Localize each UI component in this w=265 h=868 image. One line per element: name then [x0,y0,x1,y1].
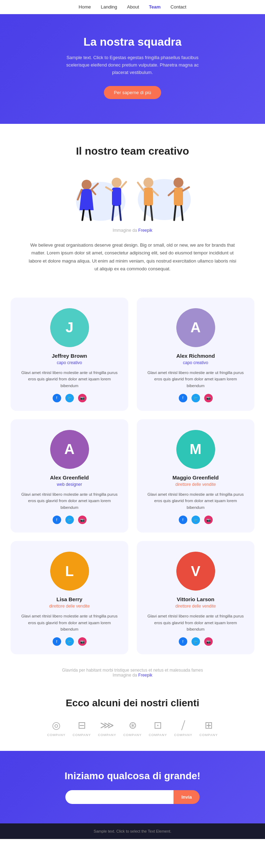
logo-text: COMPANY [149,733,167,737]
team-member-role: capo creativo [145,360,246,365]
avatar-circle: J [50,308,89,347]
svg-rect-10 [144,188,153,206]
instagram-icon[interactable]: 📷 [78,637,87,646]
cta-form: Invia [65,790,200,804]
hero-title: La nostra squadra [14,35,251,48]
logo-icon: ⋙ [100,719,114,731]
social-icons: f 🐦 📷 [145,516,246,524]
avatar: A [176,308,215,347]
client-logo: ⊛ COMPANY [123,719,142,737]
logo-icon: ◎ [52,719,60,731]
avatar-circle: V [176,552,215,591]
twitter-icon[interactable]: 🐦 [65,637,74,646]
twitter-icon[interactable]: 🐦 [192,516,200,524]
team-section: Il nostro team creativo [0,124,265,297]
cta-section: Iniziamo qualcosa di grande! Invia [0,751,265,823]
team-section-title: Il nostro team creativo [14,145,251,157]
team-member-bio: Glavi amet ritnisl libero molestie ante … [19,491,120,511]
team-card: A Alex Richmond capo creativo Glavi amet… [137,298,254,411]
freepik-link[interactable]: Freepik [138,228,152,233]
facebook-icon[interactable]: f [179,637,187,646]
team-grid: J Jeffrey Brown capo creativo Glavi amet… [0,298,265,662]
avatar: J [50,308,89,347]
cta-submit-button[interactable]: Invia [173,790,200,804]
client-logo: ⊞ COMPANY [200,719,218,737]
avatar-circle: L [50,552,89,591]
twitter-icon[interactable]: 🐦 [65,516,74,524]
hero-button[interactable]: Per saperne di più [104,86,161,99]
facebook-icon[interactable]: f [53,516,61,524]
team-member-name: Jeffrey Brown [19,353,120,359]
logo-text: COMPANY [98,733,116,737]
facebook-icon[interactable]: f [53,637,61,646]
client-logo: ⧸ COMPANY [174,719,193,737]
svg-point-5 [112,178,122,188]
cta-email-input[interactable] [65,790,173,804]
nav-team[interactable]: Team [149,4,161,10]
logo-text: COMPANY [47,733,66,737]
twitter-icon[interactable]: 🐦 [192,394,200,402]
nav-landing[interactable]: Landing [101,4,117,10]
team-member-role: direttore delle vendite [145,604,246,609]
facebook-icon[interactable]: f [179,516,187,524]
team-card: L Lisa Berry direttore delle vendite Gla… [11,541,128,654]
illustration-caption: Immagine da Freepik [14,228,251,233]
nav-home[interactable]: Home [79,4,91,10]
logo-text: COMPANY [72,733,91,737]
team-description: We believe great organisations deserve g… [26,241,238,272]
team-member-name: Vittorio Larson [145,596,246,602]
avatar-circle: A [50,430,89,469]
client-logo: ⊡ COMPANY [149,719,167,737]
svg-point-2 [82,180,92,190]
logo-text: COMPANY [174,733,193,737]
team-member-bio: Glavi amet ritnisl libero molestie ante … [19,369,120,389]
freepik-link-2[interactable]: Freepik [138,673,152,678]
clients-section: Ecco alcuni dei nostri clienti ◎ COMPANY… [0,680,265,751]
clients-logos: ◎ COMPANY ⊟ COMPANY ⋙ COMPANY ⊛ COMPANY … [14,719,251,737]
footer-text: Sample text. Click to select the Text El… [6,829,259,833]
team-card: A Alex Greenfield web designer Glavi ame… [11,419,128,533]
team-illustration [14,168,251,224]
social-icons: f 🐦 📷 [145,394,246,402]
team-card: J Jeffrey Brown capo creativo Glavi amet… [11,298,128,411]
logo-icon: ⊛ [129,719,137,731]
instagram-icon[interactable]: 📷 [78,394,87,402]
avatar: M [176,430,215,469]
instagram-icon[interactable]: 📷 [204,637,213,646]
svg-point-9 [143,178,153,188]
avatar: A [50,430,89,469]
team-member-name: Alex Greenfield [19,475,120,481]
navigation: Home Landing About Team Contact [0,0,265,14]
team-member-name: Alex Richmond [145,353,246,359]
instagram-icon[interactable]: 📷 [204,516,213,524]
bottom-bar: Sample text. Click to select the Text El… [0,823,265,839]
team-member-bio: Glavi amet ritnisl libero molestie ante … [145,491,246,511]
hero-description: Sample text. Click to Egestas egestas fr… [58,54,207,76]
facebook-icon[interactable]: f [179,394,187,402]
team-member-bio: Glavi amet ritnisl libero molestie ante … [19,613,120,632]
instagram-icon[interactable]: 📷 [78,516,87,524]
team-member-name: Lisa Berry [19,596,120,602]
logo-icon: ⊞ [205,719,213,731]
logo-text: COMPANY [123,733,142,737]
nav-contact[interactable]: Contact [171,4,187,10]
team-member-role: direttore delle vendite [145,482,246,487]
team-member-bio: Glavi amet ritnisl libero molestie ante … [145,613,246,632]
instagram-icon[interactable]: 📷 [204,394,213,402]
social-icons: f 🐦 📷 [19,394,120,402]
bottom-caption: Glavrida per habitant morbi tristique se… [0,661,265,680]
client-logo: ◎ COMPANY [47,719,66,737]
logo-icon: ⧸ [181,719,185,731]
nav-about[interactable]: About [127,4,139,10]
twitter-icon[interactable]: 🐦 [192,637,200,646]
avatar-circle: M [176,430,215,469]
logo-text: COMPANY [200,733,218,737]
svg-rect-6 [112,188,121,206]
team-member-role: direttore delle vendite [19,604,120,609]
social-icons: f 🐦 📷 [19,516,120,524]
facebook-icon[interactable]: f [53,394,61,402]
client-logo: ⋙ COMPANY [98,719,116,737]
cta-title: Iniziamo qualcosa di grande! [14,770,251,782]
twitter-icon[interactable]: 🐦 [65,394,74,402]
social-icons: f 🐦 📷 [145,637,246,646]
